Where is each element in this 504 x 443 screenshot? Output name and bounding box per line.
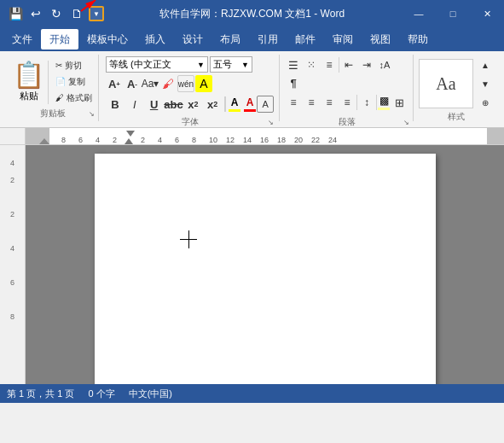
clipboard-group: 📋 粘贴 ✂ 剪切 📄 复制 🖌 格式刷 剪贴板 ↘ (7, 55, 99, 121)
menu-review[interactable]: 审阅 (324, 29, 362, 50)
font-color-button[interactable]: A (244, 96, 256, 112)
italic-button[interactable]: I (125, 95, 144, 114)
phonetic-guide-button[interactable]: wén (177, 75, 194, 92)
ruler-white-area: 8 6 4 2 2 4 6 8 10 12 14 16 18 20 22 24 (49, 128, 487, 144)
menu-insert[interactable]: 插入 (136, 29, 174, 50)
document-page[interactable] (95, 154, 436, 384)
bullets-button[interactable]: ☰ (285, 56, 302, 73)
subscript-button[interactable]: x2 (183, 95, 202, 114)
paragraph-group-label: 段落 ↘ (285, 114, 409, 128)
menu-view[interactable]: 视图 (362, 29, 399, 50)
sep3 (376, 95, 377, 110)
clear-format-button[interactable]: 🖌 (159, 75, 177, 92)
numbering-button[interactable]: ⁙ (303, 56, 320, 73)
align-right-button[interactable]: ≡ (321, 94, 338, 111)
menu-mailings[interactable]: 邮件 (287, 29, 324, 50)
title-bar: 💾 ↩ ↻ 🗋 ▼ 软件自学网：RJZXW.COM 文档1 - Word — □… (0, 0, 504, 27)
paragraph-expand-icon[interactable]: ↘ (403, 119, 409, 126)
paste-icon: 📋 (13, 62, 44, 88)
cut-button[interactable]: ✂ 剪切 (52, 59, 96, 73)
sep2 (356, 95, 357, 110)
scroll-down-button[interactable]: ▼ (477, 75, 494, 92)
bold-button[interactable]: B (106, 95, 125, 114)
clipboard-expand-icon[interactable]: ↘ (89, 110, 95, 118)
strikethrough-button[interactable]: abc (164, 95, 182, 114)
ruler-gray-right (487, 128, 504, 144)
redo-button[interactable]: ↻ (48, 5, 65, 22)
left-margin-marker[interactable] (39, 138, 49, 144)
show-formatting-button[interactable]: ¶ (285, 74, 302, 91)
window-title: 软件自学网：RJZXW.COM 文档1 - Word (159, 7, 345, 21)
text-highlight-button[interactable]: A (229, 96, 240, 112)
increase-font-button[interactable]: A+ (106, 75, 123, 92)
menu-layout[interactable]: 布局 (211, 29, 249, 50)
font-expand-icon[interactable]: ↘ (268, 119, 274, 126)
quick-access-toolbar: 💾 ↩ ↻ 🗋 ▼ (7, 5, 104, 22)
change-case-button[interactable]: Aa▾ (142, 75, 159, 92)
styles-scroll: ▲ ▼ ⊕ (477, 56, 494, 111)
font-name-select[interactable]: 等线 (中文正文▼ (106, 56, 208, 73)
menu-file[interactable]: 文件 (3, 29, 41, 50)
line-spacing-button[interactable]: ↕ (358, 94, 375, 111)
status-bar: 第 1 页，共 1 页 0 个字 中文(中国) (0, 384, 504, 403)
word-count: 0 个字 (88, 388, 114, 400)
ribbon: 📋 粘贴 ✂ 剪切 📄 复制 🖌 格式刷 剪贴板 ↘ 等线 (中文正文▼ (0, 51, 504, 128)
clipboard-group-label: 剪贴板 ↘ (10, 108, 95, 119)
multilevel-list-button[interactable]: ≡ (321, 56, 338, 73)
paragraph-group: ☰ ⁙ ≡ ⇤ ⇥ ↕A ¶ ≡ ≡ ≡ ≡ ↕ ▩ (281, 55, 414, 121)
font-size-select[interactable]: 五号▼ (210, 56, 252, 73)
paste-button[interactable]: 📋 粘贴 (9, 61, 49, 104)
style-preview: Aa (419, 59, 473, 108)
decrease-indent-button[interactable]: ⇤ (340, 56, 357, 73)
menu-references[interactable]: 引用 (249, 29, 287, 50)
borders-button[interactable]: ⊞ (391, 94, 408, 111)
styles-group: Aa ▲ ▼ ⊕ 样式 (415, 55, 497, 121)
customize-quick-access-button[interactable]: ▼ (89, 6, 104, 21)
horizontal-ruler: 8 6 4 2 2 4 6 8 10 12 14 16 18 20 22 24 (0, 128, 504, 145)
sort-button[interactable]: ↕A (376, 56, 393, 73)
char-border-button[interactable]: A (257, 96, 274, 113)
increase-indent-button[interactable]: ⇥ (358, 56, 375, 73)
menu-design[interactable]: 设计 (174, 29, 211, 50)
separator (224, 96, 226, 112)
align-center-button[interactable]: ≡ (303, 94, 320, 111)
menu-help[interactable]: 帮助 (399, 29, 437, 50)
ruler-side-left (0, 128, 26, 144)
save-button[interactable]: 💾 (7, 5, 24, 22)
menu-template-center[interactable]: 模板中心 (78, 29, 136, 50)
menu-home[interactable]: 开始 (41, 29, 78, 50)
font-group-label: 字体 ↘ (106, 114, 274, 128)
indent-marker-top[interactable] (126, 131, 135, 137)
char-shading-button[interactable]: A (195, 75, 212, 92)
indent-marker-bottom[interactable] (125, 138, 133, 144)
minimize-button[interactable]: — (402, 0, 436, 27)
text-insertion-cursor (188, 235, 189, 248)
clipboard-sub-buttons: ✂ 剪切 📄 复制 🖌 格式刷 (50, 59, 96, 105)
paste-label: 粘贴 (20, 90, 38, 102)
shading-button[interactable]: ▩ (378, 95, 390, 110)
menu-bar: 文件 开始 模板中心 插入 设计 布局 引用 邮件 审阅 视图 帮助 (0, 27, 504, 51)
document-scroll-area[interactable] (26, 145, 504, 384)
window-controls: — □ ✕ (402, 0, 504, 27)
decrease-font-button[interactable]: A- (124, 75, 141, 92)
font-group: 等线 (中文正文▼ 五号▼ A+ A- Aa▾ 🖌 wén A B I U ab… (101, 55, 280, 121)
copy-button[interactable]: 📄 复制 (52, 75, 96, 89)
page-number: 第 1 页，共 1 页 (7, 388, 74, 400)
undo-button[interactable]: ↩ (27, 5, 44, 22)
superscript-button[interactable]: x2 (203, 95, 222, 114)
close-button[interactable]: ✕ (470, 0, 504, 27)
ruler-gray-left (26, 128, 49, 144)
style-preview-text: Aa (436, 74, 455, 94)
vertical-ruler: 4 2 2 4 6 8 (0, 145, 26, 384)
align-left-button[interactable]: ≡ (285, 94, 302, 111)
maximize-button[interactable]: □ (436, 0, 470, 27)
format-painter-button[interactable]: 🖌 格式刷 (52, 91, 96, 105)
document-area: 4 2 2 4 6 8 (0, 145, 504, 384)
new-doc-button[interactable]: 🗋 (68, 5, 85, 22)
scroll-up-button[interactable]: ▲ (477, 56, 494, 73)
justify-button[interactable]: ≡ (339, 94, 356, 111)
underline-button[interactable]: U (145, 95, 164, 114)
language: 中文(中国) (129, 388, 172, 400)
more-styles-button[interactable]: ⊕ (477, 94, 494, 111)
styles-group-label: 样式 (419, 111, 494, 123)
